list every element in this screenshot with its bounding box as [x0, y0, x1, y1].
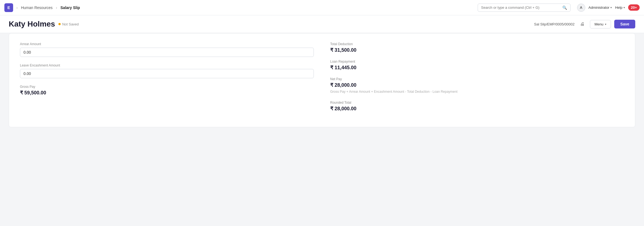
net-pay-value: ₹ 28,000.00 — [330, 82, 356, 88]
status-dot-icon — [58, 23, 61, 25]
gross-pay-label: Gross Pay — [20, 85, 314, 89]
rounded-total-value: ₹ 28,000.00 — [330, 106, 356, 111]
net-pay-group: Net Pay ₹ 28,000.00 Gross Pay + Arrear A… — [330, 77, 624, 94]
admin-menu[interactable]: Administrator ▾ — [589, 5, 612, 10]
loan-repayment-group: Loan Repayment ₹ 11,445.00 — [330, 60, 624, 71]
print-button[interactable]: 🖨 — [578, 21, 587, 28]
gross-pay-value: ₹ 59,500.00 — [20, 90, 46, 95]
page-header: Katy Holmes Not Saved Sal Slip/EMP/0005/… — [0, 15, 644, 33]
rounded-total-group: Rounded Total ₹ 28,000.00 — [330, 101, 624, 112]
search-input[interactable] — [481, 5, 560, 10]
top-nav: E › Human Resources › Salary Slip 🔍 A Ad… — [0, 0, 644, 15]
topnav-right: A Administrator ▾ Help ▾ 20+ — [577, 4, 640, 12]
rounded-total-label: Rounded Total — [330, 101, 624, 105]
admin-chevron-icon: ▾ — [610, 6, 612, 9]
status-badge: Not Saved — [58, 22, 79, 26]
search-bar[interactable]: 🔍 — [478, 4, 571, 12]
arrear-amount-input[interactable] — [20, 48, 314, 57]
gross-pay-group: Gross Pay ₹ 59,500.00 — [20, 85, 314, 96]
page-title: Katy Holmes — [9, 20, 55, 28]
leave-encashment-input[interactable] — [20, 69, 314, 78]
right-column: Total Deduction ₹ 31,500.00 Loan Repayme… — [330, 42, 624, 118]
arrear-amount-group: Arrear Amount — [20, 42, 314, 57]
breadcrumb-sep-1: › — [16, 5, 18, 10]
total-deduction-value: ₹ 31,500.00 — [330, 47, 356, 53]
help-menu[interactable]: Help ▾ — [615, 5, 625, 10]
loan-repayment-label: Loan Repayment — [330, 60, 624, 63]
search-icon: 🔍 — [562, 5, 567, 10]
avatar: A — [577, 4, 585, 12]
status-text: Not Saved — [62, 22, 79, 26]
breadcrumb-human-resources[interactable]: Human Resources — [21, 5, 53, 10]
header-actions: Sal Slip/EMP/0005/00002 🖨 Menu ▾ Save — [534, 20, 635, 28]
app-icon[interactable]: E — [4, 3, 13, 12]
breadcrumb-salary-slip[interactable]: Salary Slip — [60, 5, 80, 10]
slip-id: Sal Slip/EMP/0005/00002 — [534, 22, 575, 26]
leave-encashment-group: Leave Encashment Amount — [20, 63, 314, 78]
total-deduction-label: Total Deduction — [330, 42, 624, 46]
net-pay-label: Net Pay — [330, 77, 624, 81]
left-column: Arrear Amount Leave Encashment Amount Gr… — [20, 42, 314, 118]
main-content: Arrear Amount Leave Encashment Amount Gr… — [0, 33, 644, 226]
loan-repayment-value: ₹ 11,445.00 — [330, 65, 356, 70]
breadcrumb-sep-2: › — [56, 5, 57, 10]
help-chevron-icon: ▾ — [624, 6, 625, 9]
notification-badge[interactable]: 20+ — [628, 4, 640, 11]
form-grid: Arrear Amount Leave Encashment Amount Gr… — [20, 42, 624, 118]
arrear-amount-label: Arrear Amount — [20, 42, 314, 46]
menu-button[interactable]: Menu ▾ — [590, 20, 611, 28]
form-card: Arrear Amount Leave Encashment Amount Gr… — [9, 33, 635, 127]
leave-encashment-label: Leave Encashment Amount — [20, 63, 314, 67]
page-title-group: Katy Holmes Not Saved — [9, 20, 79, 28]
menu-chevron-icon: ▾ — [605, 23, 606, 26]
save-button[interactable]: Save — [614, 20, 635, 28]
total-deduction-group: Total Deduction ₹ 31,500.00 — [330, 42, 624, 53]
net-pay-formula: Gross Pay + Arrear Amount + Encashment A… — [330, 89, 624, 94]
